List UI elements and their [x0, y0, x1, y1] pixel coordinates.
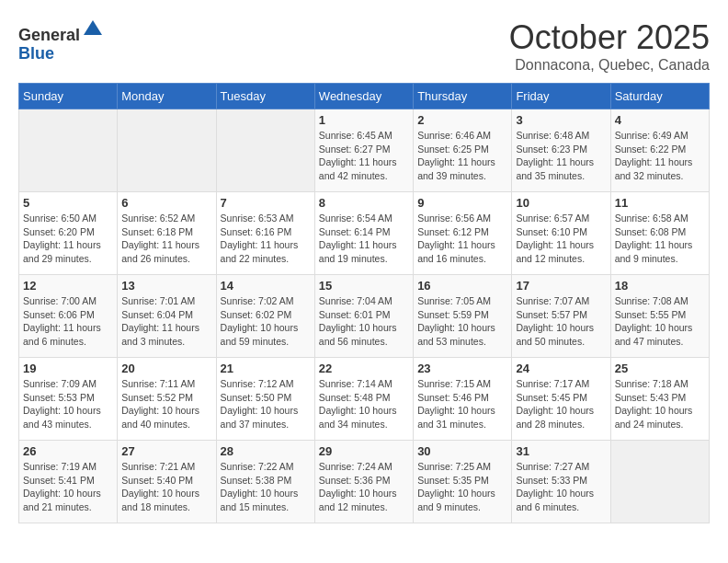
day-number: 4 — [615, 113, 705, 127]
calendar-cell: 13Sunrise: 7:01 AM Sunset: 6:04 PM Dayli… — [118, 275, 216, 358]
title-block: October 2025 Donnacona, Quebec, Canada — [509, 18, 710, 74]
day-info: Sunrise: 7:07 AM Sunset: 5:57 PM Dayligh… — [516, 294, 606, 349]
day-info: Sunrise: 7:02 AM Sunset: 6:02 PM Dayligh… — [221, 294, 311, 349]
calendar-cell: 4Sunrise: 6:49 AM Sunset: 6:22 PM Daylig… — [610, 109, 709, 192]
day-info: Sunrise: 6:58 AM Sunset: 6:08 PM Dayligh… — [615, 212, 705, 266]
calendar-cell: 25Sunrise: 7:18 AM Sunset: 5:43 PM Dayli… — [610, 358, 709, 441]
header-day: Sunday — [19, 84, 118, 109]
calendar-cell: 16Sunrise: 7:05 AM Sunset: 5:59 PM Dayli… — [414, 275, 512, 358]
day-info: Sunrise: 7:05 AM Sunset: 5:59 PM Dayligh… — [417, 294, 507, 349]
calendar-cell: 12Sunrise: 7:00 AM Sunset: 6:06 PM Dayli… — [19, 275, 118, 358]
svg-marker-0 — [84, 20, 102, 35]
header-day: Tuesday — [216, 84, 314, 109]
day-info: Sunrise: 6:45 AM Sunset: 6:27 PM Dayligh… — [319, 129, 409, 183]
day-number: 29 — [319, 444, 409, 458]
calendar-cell: 6Sunrise: 6:52 AM Sunset: 6:18 PM Daylig… — [118, 192, 216, 275]
day-number: 10 — [516, 196, 606, 210]
logo-icon — [82, 18, 104, 40]
day-info: Sunrise: 6:57 AM Sunset: 6:10 PM Dayligh… — [516, 212, 606, 266]
calendar-cell: 14Sunrise: 7:02 AM Sunset: 6:02 PM Dayli… — [216, 275, 314, 358]
calendar-cell: 31Sunrise: 7:27 AM Sunset: 5:33 PM Dayli… — [512, 441, 610, 523]
header-day: Friday — [512, 84, 610, 109]
day-info: Sunrise: 7:25 AM Sunset: 5:35 PM Dayligh… — [417, 460, 507, 514]
header-day: Saturday — [610, 84, 709, 109]
day-info: Sunrise: 7:27 AM Sunset: 5:33 PM Dayligh… — [516, 460, 606, 514]
day-number: 5 — [23, 196, 113, 210]
calendar-week-row: 5Sunrise: 6:50 AM Sunset: 6:20 PM Daylig… — [19, 192, 710, 275]
day-info: Sunrise: 7:09 AM Sunset: 5:53 PM Dayligh… — [23, 377, 113, 431]
calendar-cell: 18Sunrise: 7:08 AM Sunset: 5:55 PM Dayli… — [610, 275, 709, 358]
day-number: 18 — [615, 279, 705, 293]
calendar-cell: 7Sunrise: 6:53 AM Sunset: 6:16 PM Daylig… — [216, 192, 314, 275]
calendar-cell: 3Sunrise: 6:48 AM Sunset: 6:23 PM Daylig… — [512, 109, 610, 192]
day-info: Sunrise: 7:08 AM Sunset: 5:55 PM Dayligh… — [615, 294, 705, 349]
calendar-week-row: 19Sunrise: 7:09 AM Sunset: 5:53 PM Dayli… — [19, 358, 710, 441]
day-number: 27 — [121, 444, 211, 458]
day-number: 25 — [615, 362, 705, 375]
day-info: Sunrise: 7:04 AM Sunset: 6:01 PM Dayligh… — [319, 294, 409, 349]
logo-general: General — [18, 26, 80, 44]
day-number: 6 — [121, 196, 211, 210]
day-info: Sunrise: 7:21 AM Sunset: 5:40 PM Dayligh… — [121, 460, 211, 514]
calendar-cell: 27Sunrise: 7:21 AM Sunset: 5:40 PM Dayli… — [118, 441, 216, 523]
calendar-cell — [118, 109, 216, 192]
day-info: Sunrise: 7:15 AM Sunset: 5:46 PM Dayligh… — [417, 377, 507, 431]
day-number: 28 — [221, 444, 311, 458]
header-day: Wednesday — [314, 84, 413, 109]
header-day: Monday — [118, 84, 216, 109]
calendar-cell: 19Sunrise: 7:09 AM Sunset: 5:53 PM Dayli… — [19, 358, 118, 441]
day-info: Sunrise: 7:17 AM Sunset: 5:45 PM Dayligh… — [516, 377, 606, 431]
calendar-week-row: 1Sunrise: 6:45 AM Sunset: 6:27 PM Daylig… — [19, 109, 710, 192]
day-info: Sunrise: 7:14 AM Sunset: 5:48 PM Dayligh… — [319, 377, 409, 431]
day-number: 19 — [23, 362, 113, 375]
day-number: 8 — [319, 196, 409, 210]
calendar-cell: 20Sunrise: 7:11 AM Sunset: 5:52 PM Dayli… — [118, 358, 216, 441]
calendar-cell: 5Sunrise: 6:50 AM Sunset: 6:20 PM Daylig… — [19, 192, 118, 275]
day-info: Sunrise: 7:22 AM Sunset: 5:38 PM Dayligh… — [221, 460, 311, 514]
day-info: Sunrise: 6:46 AM Sunset: 6:25 PM Dayligh… — [417, 129, 507, 183]
day-number: 11 — [615, 196, 705, 210]
calendar-cell: 28Sunrise: 7:22 AM Sunset: 5:38 PM Dayli… — [216, 441, 314, 523]
calendar-cell: 8Sunrise: 6:54 AM Sunset: 6:14 PM Daylig… — [314, 192, 413, 275]
day-info: Sunrise: 6:53 AM Sunset: 6:16 PM Dayligh… — [221, 212, 311, 266]
day-number: 20 — [121, 362, 211, 375]
day-number: 23 — [417, 362, 507, 375]
day-number: 7 — [221, 196, 311, 210]
day-info: Sunrise: 6:52 AM Sunset: 6:18 PM Dayligh… — [121, 212, 211, 266]
day-info: Sunrise: 7:24 AM Sunset: 5:36 PM Dayligh… — [319, 460, 409, 514]
calendar-cell: 29Sunrise: 7:24 AM Sunset: 5:36 PM Dayli… — [314, 441, 413, 523]
calendar-cell: 10Sunrise: 6:57 AM Sunset: 6:10 PM Dayli… — [512, 192, 610, 275]
page-header: General Blue October 2025 Donnacona, Que… — [18, 18, 710, 74]
day-number: 21 — [221, 362, 311, 375]
day-info: Sunrise: 6:48 AM Sunset: 6:23 PM Dayligh… — [516, 129, 606, 183]
calendar-cell: 15Sunrise: 7:04 AM Sunset: 6:01 PM Dayli… — [314, 275, 413, 358]
calendar-cell: 24Sunrise: 7:17 AM Sunset: 5:45 PM Dayli… — [512, 358, 610, 441]
day-info: Sunrise: 7:00 AM Sunset: 6:06 PM Dayligh… — [23, 294, 113, 349]
calendar-week-row: 26Sunrise: 7:19 AM Sunset: 5:41 PM Dayli… — [19, 441, 710, 523]
calendar-cell: 2Sunrise: 6:46 AM Sunset: 6:25 PM Daylig… — [414, 109, 512, 192]
day-info: Sunrise: 6:54 AM Sunset: 6:14 PM Dayligh… — [319, 212, 409, 266]
header-row: SundayMondayTuesdayWednesdayThursdayFrid… — [19, 84, 710, 109]
calendar-cell: 30Sunrise: 7:25 AM Sunset: 5:35 PM Dayli… — [414, 441, 512, 523]
day-info: Sunrise: 7:01 AM Sunset: 6:04 PM Dayligh… — [121, 294, 211, 349]
calendar-cell — [610, 441, 709, 523]
day-info: Sunrise: 7:19 AM Sunset: 5:41 PM Dayligh… — [23, 460, 113, 514]
day-number: 30 — [417, 444, 507, 458]
day-number: 2 — [417, 113, 507, 127]
calendar-table: SundayMondayTuesdayWednesdayThursdayFrid… — [18, 83, 710, 523]
calendar-cell: 17Sunrise: 7:07 AM Sunset: 5:57 PM Dayli… — [512, 275, 610, 358]
day-number: 3 — [516, 113, 606, 127]
day-number: 17 — [516, 279, 606, 293]
day-info: Sunrise: 7:18 AM Sunset: 5:43 PM Dayligh… — [615, 377, 705, 431]
month-title: October 2025 — [509, 18, 710, 57]
calendar-week-row: 12Sunrise: 7:00 AM Sunset: 6:06 PM Dayli… — [19, 275, 710, 358]
calendar-cell: 11Sunrise: 6:58 AM Sunset: 6:08 PM Dayli… — [610, 192, 709, 275]
day-number: 12 — [23, 279, 113, 293]
day-number: 14 — [221, 279, 311, 293]
calendar-cell — [19, 109, 118, 192]
day-info: Sunrise: 6:56 AM Sunset: 6:12 PM Dayligh… — [417, 212, 507, 266]
calendar-cell: 1Sunrise: 6:45 AM Sunset: 6:27 PM Daylig… — [314, 109, 413, 192]
calendar-cell: 23Sunrise: 7:15 AM Sunset: 5:46 PM Dayli… — [414, 358, 512, 441]
logo-blue: Blue — [18, 44, 54, 63]
day-info: Sunrise: 7:12 AM Sunset: 5:50 PM Dayligh… — [221, 377, 311, 431]
